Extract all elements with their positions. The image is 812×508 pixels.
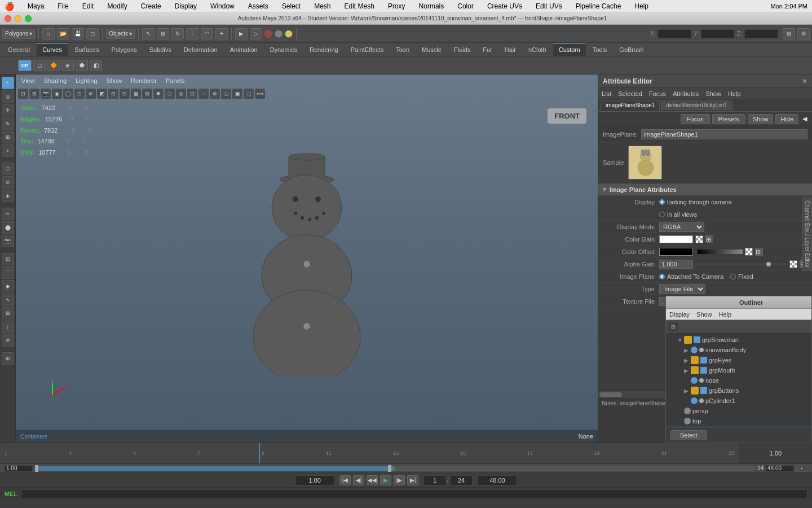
vp-tool17[interactable]: ↔ [198,89,209,99]
show-manip[interactable]: ⌖ [2,144,14,157]
vp-tool22[interactable]: ⟺ [255,89,265,99]
menu-normals[interactable]: Normals [417,2,447,10]
imageplane-input[interactable] [641,129,807,139]
cluster-tool[interactable]: ⊡ [2,253,14,265]
sub-tool4[interactable]: ⬟ [76,60,88,71]
expand-snowmanbody[interactable]: ▶ [684,347,691,353]
alpha-gain-input[interactable] [659,260,693,269]
color-gain-checker[interactable] [695,235,703,243]
range-handle-right[interactable] [388,465,391,472]
outliner-item-persp[interactable]: persp [666,406,811,416]
color-offset-swatch[interactable] [659,248,693,256]
tab-tools[interactable]: Tools [587,43,613,56]
tab-fluids[interactable]: Fluids [448,43,476,56]
radio-looking-through[interactable] [659,199,665,205]
scroll-thumb[interactable] [599,392,622,397]
shape-tab-render[interactable]: defaultRenderUtilityList1 [661,100,732,110]
renderer-menu[interactable]: Renderer [129,77,159,85]
grid-btn[interactable]: ⊞ [783,28,795,40]
tab-dynamics[interactable]: Dynamics [264,43,303,56]
skip-to-start-btn[interactable]: |◀ [339,475,351,485]
outliner-menu-display[interactable]: Display [669,311,690,318]
vp-tool10[interactable]: ⊡ [120,89,130,99]
shape-tab-imageplane[interactable]: imagePlaneShape1 [601,100,660,110]
rotate-tool-btn[interactable]: ↻ [171,28,184,40]
vp-tool5[interactable]: ◯ [63,89,73,99]
mel-input[interactable] [21,489,807,498]
render-btn[interactable]: ▶ [235,28,248,40]
vp-tool7[interactable]: ⊛ [86,89,96,99]
range-start-input[interactable] [5,465,33,472]
menu-file[interactable]: File [55,2,70,10]
outliner-item-snowmanbody[interactable]: ▶ snowmanBody [666,345,811,355]
menu-color[interactable]: Color [455,2,476,10]
x-field[interactable] [657,29,691,38]
tab-rendering[interactable]: Rendering [304,43,344,56]
sub-tool2[interactable]: 🔶 [47,60,60,71]
vp-tool2[interactable]: ⊞ [29,89,39,99]
vp-tool19[interactable]: ◻ [221,89,231,99]
rotate-tool[interactable]: ↻ [2,117,14,130]
menu-help[interactable]: Help [632,2,651,10]
sub-tool1[interactable]: ◻ [33,60,46,71]
snap-curve-btn[interactable]: ◠ [201,28,213,40]
close-button[interactable] [5,15,11,22]
ae-menu-list[interactable]: List [602,90,611,97]
tab-polygons[interactable]: Polygons [105,43,142,56]
outliner-item-nose[interactable]: nose [666,375,811,386]
minimize-button[interactable] [15,15,21,22]
radio-looking-label[interactable]: looking through camera [667,199,732,205]
step-forward-btn[interactable]: |▶ [394,475,405,485]
bend-tool[interactable]: ⌒ [2,266,14,279]
panels-menu[interactable]: Panels [164,77,187,85]
apple-menu[interactable]: 🍎 [5,2,14,11]
soft-select[interactable]: ⬡ [2,163,14,175]
tab-curves[interactable]: Curves [37,43,68,56]
tab-gobrush[interactable]: GoBrush [614,43,649,56]
play-forward-btn[interactable]: ▶ [380,475,391,485]
vp-tool13[interactable]: ✺ [153,89,164,99]
menu-edit-mesh[interactable]: Edit Mesh [342,2,377,10]
z-field[interactable] [744,29,778,38]
vp-tool1[interactable]: ⊡ [18,89,28,99]
expand-grpbuttons[interactable]: ▶ [684,388,691,394]
outliner-item-top[interactable]: top [666,416,811,426]
ipr-btn[interactable]: ▷ [250,28,262,40]
playback-end-field[interactable]: 48.00 [478,475,517,485]
flare-tool[interactable]: ◆ [2,280,14,292]
move-tool-btn[interactable]: ↖ [142,28,155,40]
maximize-button[interactable] [25,15,32,22]
lighting-menu[interactable]: Lighting [73,77,100,85]
outliner-item-grpbuttons[interactable]: ▶ grpButtons [666,386,811,396]
menu-window[interactable]: Window [208,2,237,10]
type-select[interactable]: Image File Texture [659,284,705,294]
current-frame-field[interactable]: 1 [423,475,446,485]
vp-tool11[interactable]: ▦ [131,89,141,99]
sample-thumbnail[interactable] [628,146,662,179]
hide-button[interactable]: Hide [775,114,798,124]
attr-editor-close[interactable]: ✕ [802,77,807,85]
snap-point-btn[interactable]: ✦ [215,28,228,40]
range-bar[interactable] [35,466,755,471]
scale-tool[interactable]: ⊞ [2,131,14,143]
channel-box-tab[interactable]: Channel Box / Layer Editor [802,198,812,271]
outliner-close-btn[interactable] [669,300,675,305]
ae-menu-help[interactable]: Help [728,90,741,97]
select-tool[interactable]: ↖ [2,77,14,89]
color-offset-checker[interactable] [745,248,753,256]
sub-tool5[interactable]: ◧ [90,60,102,71]
expand-grpeyes[interactable]: ▶ [684,357,691,364]
expand-grpsnowman[interactable]: ▼ [677,337,684,343]
y-field[interactable] [701,29,735,38]
vp-tool16[interactable]: ⊡ [187,89,197,99]
menu-edit-uvs[interactable]: Edit UVs [533,2,564,10]
radio-all-views[interactable] [659,212,665,217]
ae-menu-attributes[interactable]: Attributes [673,90,699,97]
vp-tool12[interactable]: ⊞ [142,89,152,99]
outliner-menu-show[interactable]: Show [696,311,712,318]
color-offset-slider[interactable] [698,249,743,254]
lasso-tool[interactable]: ◎ [2,90,14,103]
tab-animation[interactable]: Animation [224,43,263,56]
show-button[interactable]: Show [748,114,774,124]
camera-panel[interactable]: 📷 [2,235,14,247]
